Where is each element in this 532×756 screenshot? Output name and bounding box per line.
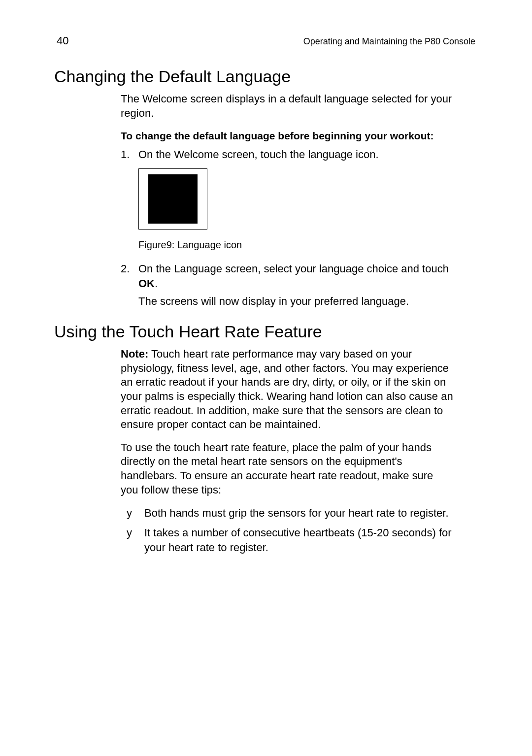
section1-intro: The Welcome screen displays in a default…: [121, 92, 453, 120]
step-marker: 1.: [121, 147, 138, 162]
step-marker: 2.: [121, 262, 138, 308]
step-2-text-b: .: [155, 277, 158, 290]
bullet-text: Both hands must grip the sensors for you…: [144, 506, 453, 521]
section2-note: Note: Touch heart rate performance may v…: [121, 347, 453, 432]
figure-9: [138, 168, 453, 230]
figure-caption-text: : Language icon: [172, 239, 242, 250]
section1-subhead: To change the default language before be…: [121, 129, 453, 143]
step-2-result: The screens will now display in your pre…: [138, 294, 453, 309]
header-title: Operating and Maintaining the P80 Consol…: [303, 36, 475, 47]
section1-heading: Changing the Default Language: [54, 67, 478, 86]
figure-number: 9: [166, 239, 172, 250]
language-icon: [148, 174, 198, 224]
section1-body: The Welcome screen displays in a default…: [121, 92, 453, 308]
bullet-marker: y: [127, 526, 144, 555]
language-icon-frame: [138, 168, 207, 230]
section2-heading: Using the Touch Heart Rate Feature: [54, 322, 478, 341]
bullet-list: y Both hands must grip the sensors for y…: [127, 506, 453, 555]
step-2: 2. On the Language screen, select your l…: [121, 262, 453, 308]
page-header: 40 Operating and Maintaining the P80 Con…: [54, 34, 478, 47]
figure-caption: Figure9: Language icon: [138, 239, 453, 251]
step-2-text-a: On the Language screen, select your lang…: [138, 263, 449, 275]
note-text: Touch heart rate performance may vary ba…: [121, 348, 453, 430]
step-1-text: On the Welcome screen, touch the languag…: [138, 147, 453, 162]
note-label: Note:: [121, 348, 148, 360]
bullet-marker: y: [127, 506, 144, 521]
figure-prefix: Figure: [138, 239, 166, 250]
page-number: 40: [57, 34, 68, 47]
step-1: 1. On the Welcome screen, touch the lang…: [121, 147, 453, 162]
ok-label: OK: [138, 277, 155, 290]
list-item: y Both hands must grip the sensors for y…: [127, 506, 453, 521]
list-item: y It takes a number of consecutive heart…: [127, 526, 453, 555]
section2-usage: To use the touch heart rate feature, pla…: [121, 441, 453, 497]
step-2-content: On the Language screen, select your lang…: [138, 262, 453, 308]
section2-body: Note: Touch heart rate performance may v…: [121, 347, 453, 555]
bullet-text: It takes a number of consecutive heartbe…: [144, 526, 453, 555]
